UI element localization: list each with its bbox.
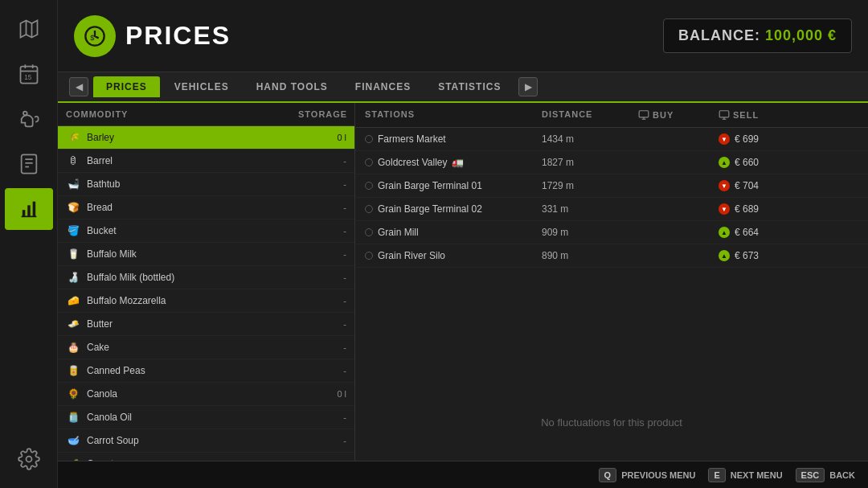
station-name: Grain Mill [365, 227, 542, 238]
station-name: Grain Barge Terminal 01 [365, 180, 542, 191]
nav-tabs: ◀ PRICES VEHICLES HAND TOOLS FINANCES ST… [58, 72, 868, 103]
commodity-row[interactable]: 🧀 Buffalo Mozzarella - [58, 289, 354, 313]
sidebar-item-contracts[interactable] [5, 143, 53, 185]
commodity-icon: 🥫 [66, 363, 80, 378]
svg-rect-13 [22, 210, 24, 216]
svg-rect-19 [639, 111, 649, 117]
tab-hand-tools[interactable]: HAND TOOLS [244, 76, 341, 97]
station-row[interactable]: Grain Mill 909 m ▲ € 664 [355, 221, 868, 244]
right-panel: STATIONS DISTANCE BUY S [355, 103, 868, 461]
commodity-icon: 🧈 [66, 317, 80, 331]
commodity-row[interactable]: 🥕 Carrots 0 l [58, 453, 354, 461]
next-label: NEXT MENU [731, 470, 783, 480]
tab-finances[interactable]: FINANCES [342, 76, 424, 97]
commodity-icon: 🛁 [66, 177, 80, 191]
station-sell: ▲ € 664 [719, 227, 858, 238]
commodity-storage: - [314, 366, 346, 375]
content-area: COMMODITY STORAGE 🌾 Barley 0 l 🛢 Barrel … [58, 103, 868, 461]
commodity-name: Barley [87, 132, 314, 143]
commodity-name: Bucket [87, 225, 314, 236]
sidebar-item-stats[interactable] [5, 188, 53, 230]
commodity-row[interactable]: 🛢 Barrel - [58, 150, 354, 173]
station-row[interactable]: Farmers Market 1434 m ▼ € 699 [355, 128, 868, 151]
commodity-storage: - [314, 296, 346, 306]
commodity-storage: - [314, 342, 346, 352]
svg-point-16 [26, 457, 31, 462]
commodity-row[interactable]: 🥣 Carrot Soup - [58, 429, 354, 453]
next-menu-button[interactable]: E NEXT MENU [708, 468, 782, 482]
commodity-row[interactable]: 🍶 Buffalo Milk (bottled) - [58, 266, 354, 289]
balance-amount: 100,000 € [765, 27, 837, 43]
station-dot-icon [365, 158, 373, 166]
commodity-name: Butter [87, 318, 314, 330]
commodity-list: 🌾 Barley 0 l 🛢 Barrel - 🛁 Bathtub - 🍞 Br… [58, 126, 354, 461]
sidebar-item-animals[interactable] [5, 98, 53, 140]
commodity-name: Canola Oil [87, 412, 314, 423]
commodity-row[interactable]: 🍞 Bread - [58, 196, 354, 219]
commodity-name: Bathtub [87, 178, 314, 190]
page-title: PRICES [125, 21, 231, 51]
station-sell: ▼ € 699 [719, 133, 858, 145]
station-row[interactable]: Grain Barge Terminal 01 1729 m ▼ € 704 [355, 174, 868, 198]
topbar-left: $ PRICES [74, 15, 231, 57]
commodity-storage: - [314, 179, 346, 189]
station-sell: ▲ € 673 [719, 250, 858, 261]
svg-text:15: 15 [24, 74, 32, 81]
commodity-name: Cake [87, 342, 314, 353]
commodity-row[interactable]: 🎂 Cake - [58, 336, 354, 359]
nav-next-arrow[interactable]: ▶ [518, 77, 538, 96]
commodity-row[interactable]: 🧈 Butter - [58, 313, 354, 336]
commodity-name: Buffalo Milk [87, 248, 314, 260]
commodity-storage: 0 l [314, 133, 346, 142]
commodity-row[interactable]: 🛁 Bathtub - [58, 173, 354, 196]
commodity-name: Canola [87, 388, 314, 400]
commodity-row[interactable]: 🪣 Bucket - [58, 219, 354, 243]
tab-vehicles[interactable]: VEHICLES [162, 76, 242, 97]
back-button[interactable]: ESC BACK [796, 468, 855, 482]
tab-statistics[interactable]: STATISTICS [425, 76, 514, 97]
tab-prices[interactable]: PRICES [93, 76, 160, 97]
no-fluctuations-text: No fluctuations for this product [355, 268, 868, 461]
commodity-icon: 🍞 [66, 200, 80, 215]
commodity-storage: - [314, 319, 346, 329]
price-trend-icon: ▲ [719, 157, 730, 168]
svg-text:$: $ [90, 33, 95, 41]
station-distance: 1729 m [542, 180, 638, 191]
nav-prev-arrow[interactable]: ◀ [69, 77, 88, 96]
commodity-storage: 0 l [314, 389, 346, 399]
station-sell: ▼ € 689 [719, 203, 858, 215]
commodity-row[interactable]: 🌻 Canola 0 l [58, 383, 354, 406]
station-dot-icon [365, 228, 373, 236]
commodity-icon: 🌾 [66, 130, 80, 145]
sidebar-item-settings[interactable] [5, 438, 53, 480]
station-row[interactable]: Goldcrest Valley 🚛 1827 m ▲ € 660 [355, 151, 868, 174]
esc-key: ESC [796, 468, 825, 482]
commodity-icon: 🎂 [66, 340, 80, 355]
station-row[interactable]: Grain Barge Terminal 02 331 m ▼ € 689 [355, 198, 868, 221]
logo-icon: $ [74, 15, 116, 57]
station-sell: ▲ € 660 [719, 157, 858, 168]
commodity-row[interactable]: 🥫 Canned Peas - [58, 359, 354, 383]
commodity-table-header: COMMODITY STORAGE [58, 103, 354, 126]
commodity-panel: COMMODITY STORAGE 🌾 Barley 0 l 🛢 Barrel … [58, 103, 355, 461]
station-row[interactable]: Grain River Silo 890 m ▲ € 673 [355, 244, 868, 268]
station-dot-icon [365, 205, 373, 213]
commodity-name: Bread [87, 202, 314, 213]
sidebar-item-calendar[interactable]: 15 [5, 53, 53, 95]
commodity-name: Barrel [87, 155, 314, 166]
commodity-row[interactable]: 🫙 Canola Oil - [58, 406, 354, 429]
header-distance: DISTANCE [542, 109, 638, 121]
commodity-row[interactable]: 🌾 Barley 0 l [58, 126, 354, 150]
bottom-bar: Q PREVIOUS MENU E NEXT MENU ESC BACK [58, 461, 868, 488]
price-trend-icon: ▲ [719, 250, 730, 261]
commodity-name: Canned Peas [87, 365, 314, 376]
stations-list: Farmers Market 1434 m ▼ € 699 Goldcrest … [355, 128, 868, 268]
svg-rect-8 [21, 154, 36, 173]
station-distance: 1827 m [542, 157, 638, 168]
prev-menu-button[interactable]: Q PREVIOUS MENU [599, 468, 696, 482]
svg-rect-14 [27, 205, 31, 216]
commodity-row[interactable]: 🥛 Buffalo Milk - [58, 243, 354, 266]
sidebar-item-map[interactable] [5, 8, 53, 50]
price-trend-icon: ▼ [719, 133, 730, 145]
header-buy: BUY [638, 109, 719, 121]
